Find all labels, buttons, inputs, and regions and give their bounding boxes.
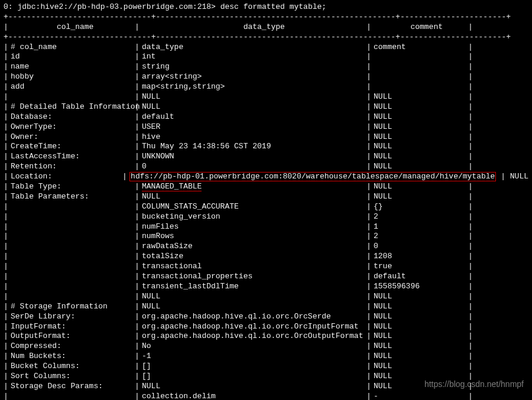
table-row: | add| map<string,string>| | [4,82,528,92]
table-row: | # col_name| data_type| comment| [4,43,528,53]
cell-data-type: 0 [142,162,366,172]
cell-col-name: InputFormat: [11,322,135,332]
cell-comment: NULL [374,292,468,302]
table-row: | Compressed:| No| NULL| [4,342,528,352]
pipe: | [4,22,11,32]
cell-col-name [11,282,135,292]
table-row: | | collection.delim| -| [4,392,528,400]
cell-comment: NULL [374,152,468,162]
cell-comment: | NULL [496,172,528,181]
cell-col-name [11,242,135,252]
cell-col-name: Num Buckets: [11,352,135,362]
table-row: | | totalSize| 1208| [4,252,528,262]
cell-comment: NULL [374,362,468,372]
cell-comment: NULL [374,112,468,122]
cell-data-type: hdfs://pb-hdp-01.powerbridge.com:8020/wa… [129,172,528,182]
cell-data-type: collection.delim [142,392,366,400]
cell-col-name [11,272,135,282]
cell-data-type: transactional [142,262,366,272]
cell-comment: 1558596396 [374,282,468,292]
cell-col-name: OutputFormat: [11,331,135,342]
cell-col-name: Retention: [11,162,135,172]
cell-comment: {} [374,202,468,212]
table-row: | OutputFormat:| org.apache.hadoop.hive.… [4,331,528,342]
cell-data-type: totalSize [142,252,366,262]
prompt-command: desc formatted mytable; [220,2,326,11]
cell-data-type: int [142,52,366,62]
cell-comment: NULL [374,331,468,342]
table-row: | | transient_lastDdlTime| 1558596396| [4,282,528,292]
cell-col-name [11,92,135,102]
header-data-type: data_type [142,22,366,32]
cell-comment: - [374,392,468,400]
separator-mid: +-------------------------------+-------… [4,32,528,43]
cell-col-name: Bucket Columns: [11,362,135,372]
cell-data-type: UNKNOWN [142,152,366,162]
cell-comment: 2 [374,212,468,222]
cell-data-type: COLUMN_STATS_ACCURATE [142,202,366,212]
table-row: | | transactional| true| [4,262,528,272]
cell-data-type: hive [142,132,366,142]
table-body: | # col_name| data_type| comment|| id| i… [4,43,528,400]
cell-data-type: org.apache.hadoop.hive.ql.io.orc.OrcOutp… [142,331,366,342]
cell-comment [374,52,468,62]
table-row: | Storage Desc Params:| NULL| NULL| [4,382,528,392]
cell-col-name [11,262,135,272]
table-row: | | numRows| 2| [4,232,528,242]
cell-data-type: array<string> [142,72,366,82]
header-row: | col_name | data_type | comment | [4,22,528,32]
cell-col-name: Database: [11,112,135,122]
cell-data-type: Thu May 23 14:38:56 CST 2019 [142,142,366,152]
cell-col-name: LastAccessTime: [11,152,135,162]
cell-comment: NULL [374,322,468,332]
cell-data-type: -1 [142,352,366,362]
cell-comment: comment [374,43,468,53]
cell-col-name [11,292,135,302]
cell-data-type: rawDataSize [142,242,366,252]
cell-data-type: data_type [142,43,366,53]
cell-data-type: [] [142,362,366,372]
cell-comment: NULL [374,302,468,312]
cell-col-name: # Detailed Table Information [11,102,135,112]
cell-col-name: Storage Desc Params: [11,382,135,392]
header-comment: comment [374,22,468,32]
cell-col-name [11,252,135,262]
cell-data-type: numFiles [142,222,366,232]
cell-comment: NULL [374,132,468,142]
cell-col-name [11,232,135,242]
table-row: | hobby| array<string>| | [4,72,528,82]
table-row: | InputFormat:| org.apache.hadoop.hive.q… [4,322,528,332]
cell-data-type: default [142,112,366,122]
cell-col-name: hobby [11,72,135,82]
cell-col-name: add [11,82,135,92]
cell-data-type: No [142,342,366,352]
highlight-underline: MANAGED_TABLE [142,183,202,191]
table-row: | | numFiles| 1| [4,222,528,232]
cell-col-name: Owner: [11,132,135,142]
cell-col-name [11,212,135,222]
cell-col-name: id [11,52,135,62]
table-row: | | COLUMN_STATS_ACCURATE| {}| [4,202,528,212]
table-row: | Table Type:| MANAGED_TABLE| NULL| [4,182,528,192]
table-row: | OwnerType:| USER| NULL| [4,122,528,132]
cell-col-name: name [11,62,135,72]
cell-comment: 1208 [374,252,468,262]
cell-col-name [11,222,135,232]
table-row: | Retention:| 0| NULL| [4,162,528,172]
cell-data-type: NULL [142,292,366,302]
cell-data-type: org.apache.hadoop.hive.ql.io.orc.OrcSerd… [142,312,366,322]
separator-top: +-------------------------------+-------… [4,12,528,22]
table-row: | Owner:| hive| NULL| [4,132,528,142]
cell-comment: NULL [374,182,468,192]
cell-col-name: Location: [11,172,122,182]
table-row: | Num Buckets:| -1| NULL| [4,352,528,362]
highlight-box: hdfs://pb-hdp-01.powerbridge.com:8020/wa… [129,172,496,181]
cell-comment: NULL [374,382,468,392]
prompt-line: 0: jdbc:hive2://pb-hdp-03.powerbridge.co… [4,2,528,12]
table-row: | | NULL| NULL| [4,292,528,302]
cell-comment: NULL [374,372,468,382]
cell-data-type: USER [142,122,366,132]
terminal-output: 0: jdbc:hive2://pb-hdp-03.powerbridge.co… [0,0,532,400]
table-row: | Location:| hdfs://pb-hdp-01.powerbridg… [4,172,528,182]
cell-comment: NULL [374,102,468,112]
